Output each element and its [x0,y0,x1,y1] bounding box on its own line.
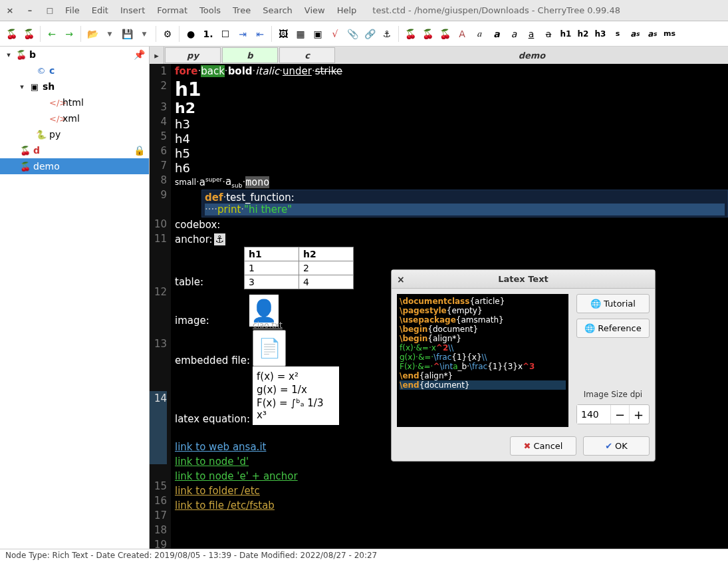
latex-code-editor[interactable]: \documentclass{article}\pagestyle{empty}… [397,294,568,427]
tree-item-d[interactable]: 🍒d🔒 [0,142,149,158]
heading-h3: h3 [175,117,190,131]
cherry-green-icon[interactable]: 🍒 [21,27,36,41]
insert-latex-icon[interactable]: √ [328,27,342,41]
folder-open-icon[interactable]: 📂 [85,27,100,41]
menu-edit[interactable]: Edit [92,5,108,15]
superscript-icon[interactable]: as [628,27,642,41]
close-icon[interactable]: × [397,274,405,285]
cancel-button[interactable]: ✖Cancel [510,436,576,456]
dpi-input[interactable] [577,405,610,424]
tree-item-html[interactable]: </>html [0,94,149,110]
globe-icon: 🌐 [584,323,595,333]
h3-icon[interactable]: h3 [593,27,608,41]
link-node-d[interactable]: link to node 'd' [175,456,249,468]
numbered-list-icon[interactable]: 1. [201,27,215,41]
clear-format-icon[interactable]: 𝑎 [472,27,487,41]
codebox-label: codebox: [175,219,220,231]
italic-icon[interactable]: a [507,27,521,41]
link-web[interactable]: link to web ansa.it [175,441,266,453]
fg-pick-icon[interactable]: 🍒 [437,27,452,41]
globe-icon: 🌐 [590,299,601,309]
tutorial-button[interactable]: 🌐Tutorial [576,294,650,313]
h2-icon[interactable]: h2 [576,27,590,41]
tree-item-b[interactable]: ▾🍒b📌 [0,47,149,63]
tab-strip: ▸ py b c demo [150,47,728,64]
dialog-titlebar: × Latex Text [392,270,655,289]
link-node-e[interactable]: link to node 'e' + anchor [175,470,298,482]
tree-item-py[interactable]: 🐍py [0,126,149,142]
minimize-icon[interactable]: – [25,5,35,15]
dropdown-icon[interactable]: ▼ [137,27,152,41]
tree-pane[interactable]: ▾🍒b📌©c▾▣sh</>html</>xml🐍py🍒d🔒🍒demo [0,47,150,549]
maximize-icon[interactable]: ◻ [45,5,55,15]
insert-link-icon[interactable]: 🔗 [362,27,377,41]
insert-image-icon[interactable]: 🖼 [276,27,291,41]
heading-h1: h1 [175,78,201,100]
back-arrow-icon[interactable]: ← [45,27,59,41]
menu-search[interactable]: Search [263,5,293,15]
link-file[interactable]: link to file /etc/fstab [175,499,275,511]
bg-color-icon[interactable]: 🍒 [420,27,435,41]
menu-tools[interactable]: Tools [199,5,221,15]
reference-button[interactable]: 🌐Reference [576,319,650,338]
fore-text: fore [175,65,197,77]
menu-view[interactable]: View [304,5,325,15]
tree-item-xml[interactable]: </>xml [0,110,149,126]
bold-icon[interactable]: a [489,27,504,41]
dpi-decrement[interactable]: − [610,405,629,424]
embedded-file-label: embedded file: [171,354,250,366]
dpi-increment[interactable]: + [629,405,648,424]
menu-format[interactable]: Format [157,5,187,15]
close-icon[interactable]: × [5,5,15,15]
tab-b[interactable]: b [222,47,278,63]
menubar: File Edit Insert Format Tools Tree Searc… [65,5,356,15]
ok-button[interactable]: ✔OK [583,436,650,456]
strike-icon[interactable]: a [541,27,556,41]
heading-h4: h4 [175,132,190,146]
execute-icon[interactable]: ⚙ [160,27,175,41]
menu-file[interactable]: File [65,5,80,15]
outdent-icon[interactable]: ⇤ [253,27,267,41]
indent-icon[interactable]: ⇥ [235,27,250,41]
italic-text: italic [255,65,279,77]
link-folder[interactable]: link to folder /etc [175,485,260,497]
bg-pick-icon[interactable]: A [455,27,469,41]
image-label: image: [171,315,209,327]
cherry-red-icon[interactable]: 🍒 [4,27,19,41]
insert-codebox-icon[interactable]: ▣ [310,27,325,41]
dialog-title: Latex Text [498,274,548,284]
insert-table-icon[interactable]: ▦ [293,27,308,41]
latex-equation-image[interactable]: f(x) = x² g(x) = 1/x F(x) = ∫ᵇₐ 1/3 x³ [253,366,339,425]
tab-py[interactable]: py [165,47,221,63]
insert-anchor-icon[interactable]: ⚓ [380,27,394,41]
subscript-icon[interactable]: as [645,27,660,41]
menu-help[interactable]: Help [337,5,357,15]
dropdown-icon[interactable]: ▼ [102,27,117,41]
underline-icon[interactable]: a [524,27,539,41]
codebox[interactable]: def·test_function: ····print·"hi there" [201,190,728,217]
embedded-table[interactable]: h1h2 12 34 [244,247,354,289]
bullet-list-icon[interactable]: ● [183,27,198,41]
tab-c[interactable]: c [279,47,335,63]
save-icon[interactable]: 💾 [120,27,134,41]
embedded-file[interactable]: 📄 [253,330,286,366]
small-icon[interactable]: s [610,27,625,41]
tree-item-c[interactable]: ©c [0,63,149,78]
anchor-icon[interactable]: ⚓ [214,233,225,245]
menu-insert[interactable]: Insert [120,5,145,15]
fg-color-icon[interactable]: 🍒 [403,27,418,41]
mono-icon[interactable]: ms [662,27,677,41]
tree-item-demo[interactable]: 🍒demo [0,158,149,174]
toggle-tree-icon[interactable]: ▸ [150,47,164,64]
status-bar: Node Type: Rich Text - Date Created: 201… [0,549,728,562]
h1-icon[interactable]: h1 [558,27,573,41]
editor-title: demo [336,47,728,64]
dpi-spinner[interactable]: − + [576,404,650,424]
menu-tree[interactable]: Tree [233,5,251,15]
attach-file-icon[interactable]: 📎 [345,27,360,41]
todo-list-icon[interactable]: ☐ [218,27,233,41]
forward-arrow-icon[interactable]: → [62,27,76,41]
latex-dialog: × Latex Text \documentclass{article}\pag… [391,269,656,462]
tree-item-sh[interactable]: ▾▣sh [0,78,149,94]
heading-h6: h6 [175,161,190,175]
